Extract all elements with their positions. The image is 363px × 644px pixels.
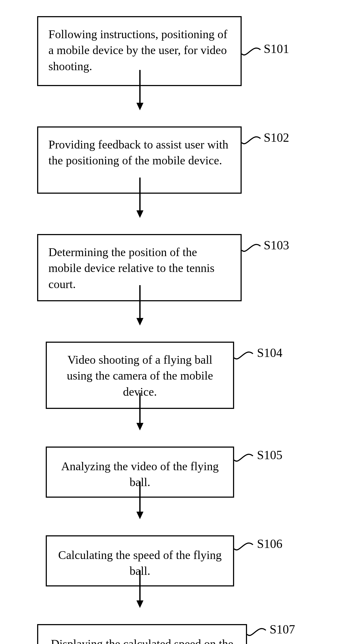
step-label-s105: S105 — [257, 448, 283, 462]
step-label-s102: S102 — [264, 130, 289, 145]
label-connector-s102 — [242, 135, 263, 151]
label-connector-s103 — [242, 242, 263, 258]
flowchart-container: Following instructions, positioning of a… — [0, 0, 363, 644]
label-connector-s101 — [242, 46, 263, 62]
svg-marker-11 — [136, 600, 143, 608]
step-label-s103: S103 — [264, 238, 289, 252]
step-text-s103: Determining the position of the mobile d… — [48, 246, 214, 291]
arrow-s105-s106 — [136, 482, 144, 521]
svg-marker-7 — [136, 423, 143, 430]
label-connector-s107 — [247, 626, 269, 642]
step-label-s104: S104 — [257, 346, 283, 360]
arrow-s102-s103 — [136, 178, 144, 219]
arrow-s101-s102 — [136, 70, 144, 112]
step-label-s107: S107 — [270, 622, 295, 636]
step-box-s107: Displaying the calculated speed on the s… — [37, 624, 247, 644]
arrow-s104-s105 — [136, 393, 144, 432]
step-label-s106: S106 — [257, 537, 283, 551]
svg-marker-9 — [136, 512, 143, 519]
label-connector-s106 — [234, 541, 256, 557]
step-text-s102: Providing feedback to assist user with t… — [48, 138, 228, 167]
arrow-s103-s104 — [136, 285, 144, 327]
svg-marker-1 — [136, 103, 143, 110]
step-label-s101: S101 — [264, 42, 289, 56]
label-connector-s105 — [234, 452, 256, 468]
step-text-s101: Following instructions, positioning of a… — [48, 28, 227, 73]
label-connector-s104 — [234, 350, 256, 366]
svg-marker-5 — [136, 318, 143, 325]
arrow-s106-s107 — [136, 570, 144, 609]
step-text-s107: Displaying the calculated speed on the s… — [51, 637, 233, 644]
step-text-s104: Video shooting of a flying ball using th… — [67, 353, 213, 398]
svg-marker-3 — [136, 210, 143, 218]
